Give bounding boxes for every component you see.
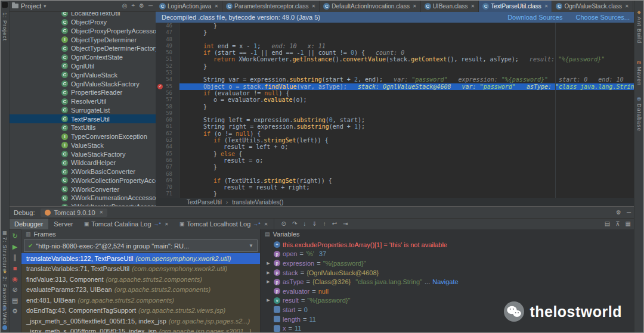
expand-arrow-icon[interactable]: ▶ [265,279,271,284]
locate-file-icon[interactable]: ◎ [122,3,128,9]
code-line[interactable]: 53 [156,70,636,76]
close-icon[interactable]: ✕ [544,4,549,9]
project-tree-item[interactable]: CTextUtils [9,123,156,132]
close-icon[interactable]: ✕ [413,4,417,9]
editor-tab[interactable]: CUIBean.class✕ [421,1,479,12]
debug-tab-server[interactable]: Server [48,219,78,229]
code-line[interactable]: 49int end = x - 1; end: 10 x: 11 [156,43,636,49]
restore-layout-icon[interactable]: ▤ [605,221,610,227]
stack-frame-row[interactable]: _jspx_meth_s_005ftextfield_005f1:15, ind… [21,316,260,326]
project-tree-item[interactable]: CObjectProxyPropertyAccessor [9,27,156,36]
stack-frame-row[interactable]: findValue:313, Component(org.apache.stru… [21,274,260,285]
code-line[interactable]: 52} [156,63,636,70]
stack-frame-row[interactable]: end:481, UIBean(org.apache.struts2.compo… [21,295,260,306]
variable-row[interactable]: x = 11 [261,323,636,333]
close-icon[interactable]: ✕ [471,4,475,9]
project-tree-item[interactable]: CSurrugateList [9,105,156,114]
code-line[interactable]: 64result = left + o; [156,144,636,150]
code-line[interactable]: 71} [156,191,636,197]
project-tree-item[interactable]: CObjectTypeDeterminerFactory [9,44,156,53]
show-execution-point-icon[interactable]: ⊙ [281,221,286,227]
code-editor[interactable]: 46}47}4849int end = x - 1; end: 10 x: 11… [156,23,636,198]
code-line[interactable]: 50if (start == -1 || end == -1 || count … [156,49,636,56]
code-line[interactable]: 51return XWorkConverter.getInstance().co… [156,56,636,63]
editor-tab[interactable]: CLoginAction.java✕ [156,1,222,12]
project-tree-item[interactable]: CXWorkEnumerationAcccessor [9,194,156,203]
debug-session-tab[interactable]: Tomcat 9.0.10 ✕ [41,208,107,217]
navigate-link[interactable]: Navigate [432,278,458,285]
editor-tab[interactable]: COgnlValueStack.class✕ [552,1,633,12]
view-breakpoints-icon[interactable]: ◉ [12,275,18,282]
force-step-into-icon[interactable]: ⇓ [312,221,317,227]
code-line[interactable]: 70result = result + right; [156,184,636,191]
stop-icon[interactable]: ■ [13,264,17,272]
dropdown-arrow-icon[interactable]: ▼ [249,243,253,248]
thread-selector[interactable]: ✔ "http-nio-8080-exec-2"@2,524 in group … [24,239,258,252]
toolwindow-button-ant[interactable]: ◆ Ant Build [634,10,643,43]
project-panel-title[interactable]: Project [21,2,41,10]
event-log-icon[interactable] [2,325,7,330]
code-line[interactable]: 54String var = expression.substring(star… [156,76,636,83]
project-tree-item[interactable]: ITypeConversionException [9,132,156,141]
evaluate-expression-icon[interactable]: ▦ [626,221,631,227]
code-line[interactable]: 66result = o; [156,157,636,164]
settings-gear-icon[interactable]: ⚙ [616,210,621,216]
close-icon[interactable]: ✕ [214,4,218,9]
code-line[interactable]: 47} [156,29,636,36]
code-line[interactable]: 55✓Object o = stack.findValue(var, asTyp… [156,83,636,90]
project-tree-item[interactable]: CXWorkCollectionPropertyAccessor [9,176,156,185]
project-tree-item[interactable]: COgnlUtil [9,62,156,71]
project-tree-item[interactable]: CXWorkBasicConverter [9,167,156,176]
run-to-cursor-icon[interactable]: ⇥ [343,221,348,227]
breakpoint-icon[interactable]: ✓ [157,84,163,89]
step-into-icon[interactable]: ↓ [303,221,306,227]
editor-tab[interactable]: CParametersInterceptor.class✕ [222,1,320,12]
debug-tab-localhost-log[interactable]: ▣Tomcat Localhost Log→*✕ [174,219,274,229]
project-tree-item[interactable]: COgnlContextState [9,53,156,62]
toolwindow-button-structure[interactable]: ▦ 7: Structure [1,231,9,272]
project-tree-item[interactable]: CValueStackFactory [9,150,156,158]
toolwindow-button-database[interactable]: ⛃ Database [634,97,643,132]
resume-icon[interactable]: ▶ [13,243,17,250]
project-tree-item[interactable]: IValueStack [9,141,156,150]
pause-icon[interactable]: ∥ [13,254,17,261]
code-line[interactable]: 59 [156,110,636,117]
rerun-icon[interactable]: ↻ [12,232,17,239]
variable-row[interactable]: ▶pexpression = "%{password}" [261,259,636,268]
code-line[interactable]: 61String right = expression.substring(en… [156,123,636,130]
stack-frame-row[interactable]: evaluateParams:723, UIBean(org.apache.st… [21,285,260,295]
code-line[interactable]: 62if (o != null) { [156,130,636,137]
hide-panel-icon[interactable]: ─ [148,3,153,9]
debug-tab-catalina-log[interactable]: ▣Tomcat Catalina Log→*✕ [79,219,174,229]
settings-gear-icon[interactable]: ⚙ [139,3,144,9]
project-tree-item[interactable]: CPropertiesReader [9,88,156,97]
project-tree-item[interactable]: CTextParseUtil [9,114,156,123]
settings-gear-icon[interactable]: ⚙ [12,307,18,315]
get-thread-dump-icon[interactable]: ▤ [12,297,18,304]
stack-frame-row[interactable]: doEndTag:43, ComponentTagSupport(org.apa… [21,306,260,316]
stack-frame-row[interactable]: _jspx_meth_s_005fform_005f0:15, index_js… [21,326,260,333]
step-out-icon[interactable]: ↑ [323,221,326,227]
download-sources-link[interactable]: Download Sources [507,14,562,21]
project-tree-item[interactable]: COgnlValueStack [9,70,156,79]
chevron-down-icon[interactable]: ▾ [44,4,46,9]
breadcrumb-class[interactable]: TextParseUtil [187,199,222,206]
mute-breakpoints-icon[interactable]: ⊘ [12,286,17,293]
expand-arrow-icon[interactable]: ▶ [265,261,271,266]
code-line[interactable]: 56if (evaluator != null) { [156,90,636,97]
code-line[interactable]: 68 [156,171,636,178]
code-line[interactable]: 58} [156,104,636,110]
project-tree-item[interactable]: CObjectProxy [9,18,156,27]
variable-row[interactable]: ▶pasType = {Class@326} "class java.lang.… [261,277,636,287]
project-tree-item[interactable]: COgnlValueStackFactory [9,79,156,88]
close-icon[interactable]: ✕ [264,222,268,227]
editor-tab[interactable]: CTextParseUtil.class✕ [479,1,552,12]
choose-sources-link[interactable]: Choose Sources... [576,14,630,21]
stack-frame-row[interactable]: translateVariables:71, TextParseUtil(com… [21,264,260,275]
project-tree-item[interactable]: CWildcardHelper [9,158,156,167]
code-line[interactable]: 57o = evaluator.evaluate(o); [156,97,636,103]
project-tree-item[interactable]: CResolverUtil [9,97,156,106]
close-icon[interactable]: ✕ [312,4,316,9]
project-tree-item[interactable]: IObjectTypeDeterminer [9,35,156,44]
step-over-icon[interactable]: ↷ [292,221,297,227]
